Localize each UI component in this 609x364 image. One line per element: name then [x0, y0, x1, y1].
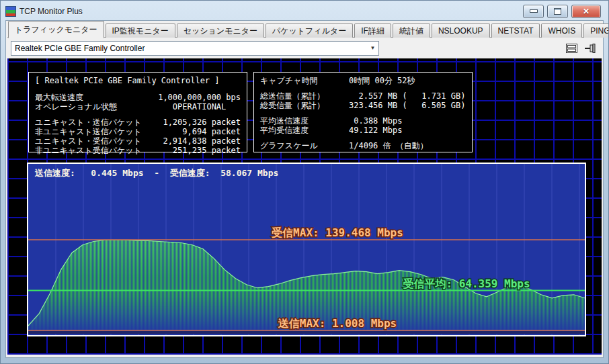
monitor-page: [ Realtek PCIe GBE Family Controller ] 最… [7, 58, 602, 355]
tab-5[interactable]: 統計値 [393, 24, 430, 38]
info-value: 251,235 packet [142, 146, 241, 155]
tab-2[interactable]: セッションモニター [177, 24, 264, 38]
graph-speed-readout: 送信速度: 0.445 Mbps - 受信速度: 58.067 Mbps [35, 167, 278, 179]
window-title: TCP Monitor Plus [19, 7, 83, 16]
tx-max-label: 送信MAX: 1.008 Mbps [278, 317, 397, 330]
info-label: キャプチャ時間 [260, 76, 349, 85]
pin-icon[interactable] [584, 42, 598, 54]
info-value: 0.388 Mbps [349, 116, 402, 126]
info-row: グラフスケール1/4096 倍 （自動） [260, 141, 466, 150]
info-label: 非ユニキャスト送信パケット [35, 127, 142, 136]
info-label: 総受信量（累計） [260, 101, 349, 110]
info-value: 2.557 MB ( 1.731 GB) [349, 91, 465, 101]
interface-panel-title: [ Realtek PCIe GBE Family Controller ] [35, 76, 241, 85]
info-value: 323.456 MB ( 6.505 GB) [349, 101, 465, 110]
info-row: ユニキャスト・送信パケット1,205,326 packet [35, 118, 241, 127]
client-area: トラフィックモニターIP監視モニターセッションモニターパケットフィルターIF詳細… [5, 20, 604, 358]
info-value: 1/4096 倍 （自動） [349, 141, 428, 150]
tab-7[interactable]: NETSTAT [491, 24, 540, 38]
info-row: 総受信量（累計）323.456 MB ( 6.505 GB) [260, 101, 466, 110]
app-icon [5, 6, 16, 17]
tab-8[interactable]: WHOIS [541, 24, 582, 38]
tab-6[interactable]: NSLOOKUP [432, 24, 490, 38]
info-label: 非ユニキャスト受信パケット [35, 146, 142, 155]
maximize-icon [554, 8, 561, 15]
info-row: 非ユニキャスト送信パケット9,694 packet [35, 127, 241, 136]
tab-4[interactable]: IF詳細 [354, 24, 391, 38]
info-label: 平均送信速度 [260, 116, 349, 126]
info-label: ユニキャスト・送信パケット [35, 118, 142, 127]
traffic-graph-panel: 受信MAX: 139.468 Mbps受信平均: 64.359 Mbps送信MA… [27, 163, 586, 336]
info-value: 9,694 packet [142, 127, 241, 136]
minimize-icon [530, 9, 538, 13]
maximize-button[interactable] [547, 5, 568, 18]
info-value: 2,914,838 packet [142, 136, 241, 146]
info-row: 最大転送速度1,000,000,000 bps [35, 93, 241, 102]
info-row: キャプチャ時間0時間 00分 52秒 [260, 76, 466, 85]
info-value: OPERATIONAL [117, 102, 241, 111]
tab-1[interactable]: IP監視モニター [106, 24, 175, 38]
info-row: 総送信量（累計） 2.557 MB ( 1.731 GB) [260, 91, 466, 101]
adapter-select[interactable]: Realtek PCIe GBE Family Controller ▼ [11, 41, 379, 56]
info-value: 0時間 00分 52秒 [349, 76, 415, 85]
minimize-button[interactable] [523, 5, 544, 18]
rx-max-label: 受信MAX: 139.468 Mbps [271, 226, 403, 239]
info-value: 1,205,326 packet [142, 118, 241, 127]
tab-3[interactable]: パケットフィルター [266, 24, 353, 38]
info-value: 49.122 Mbps [349, 126, 402, 135]
chevron-down-icon: ▼ [367, 42, 378, 55]
info-label: グラフスケール [260, 141, 349, 150]
toolbar: Realtek PCIe GBE Family Controller ▼ [7, 38, 602, 58]
info-label: オペレーショナル状態 [35, 102, 117, 111]
interface-info-panel: [ Realtek PCIe GBE Family Controller ] 最… [28, 72, 247, 152]
tab-strip: トラフィックモニターIP監視モニターセッションモニターパケットフィルターIF詳細… [7, 21, 602, 38]
info-label: 総送信量（累計） [260, 91, 349, 101]
log-window-icon[interactable] [565, 42, 578, 54]
rx-avg-label: 受信平均: 64.359 Mbps [402, 277, 530, 290]
info-row: オペレーショナル状態OPERATIONAL [35, 102, 241, 111]
traffic-graph: 受信MAX: 139.468 Mbps受信平均: 64.359 Mbps送信MA… [28, 164, 585, 335]
info-row: 平均送信速度 0.388 Mbps [260, 116, 466, 126]
info-label: 最大転送速度 [35, 93, 83, 102]
capture-info-panel: キャプチャ時間0時間 00分 52秒総送信量（累計） 2.557 MB ( 1.… [253, 72, 473, 152]
info-row: 非ユニキャスト受信パケット251,235 packet [35, 146, 241, 155]
tab-9[interactable]: PING [583, 24, 609, 38]
info-row: ユニキャスト・受信パケット2,914,838 packet [35, 136, 241, 146]
info-value: 1,000,000,000 bps [83, 93, 241, 102]
close-button[interactable]: ✕ [571, 5, 601, 18]
adapter-select-value: Realtek PCIe GBE Family Controller [11, 44, 367, 53]
info-label: ユニキャスト・受信パケット [35, 136, 142, 146]
tab-0[interactable]: トラフィックモニター [8, 21, 104, 38]
title-bar[interactable]: TCP Monitor Plus ✕ [5, 3, 604, 19]
app-window: TCP Monitor Plus ✕ トラフィックモニターIP監視モニターセッシ… [0, 0, 609, 364]
close-icon: ✕ [583, 7, 590, 15]
info-label: 平均受信速度 [260, 126, 349, 135]
info-row: 平均受信速度49.122 Mbps [260, 126, 466, 135]
